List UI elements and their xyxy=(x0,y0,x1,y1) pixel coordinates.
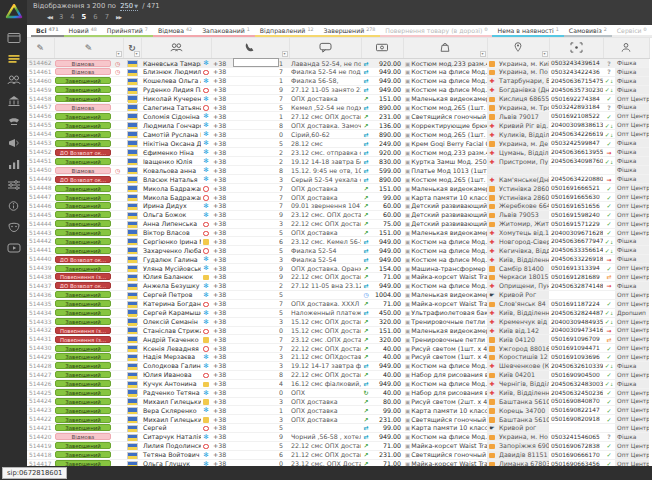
client-name[interactable]: Сергей xyxy=(141,424,201,433)
table-row[interactable]: 514454ЗавершенийСамотій Руслана Во✻+380С… xyxy=(27,130,649,139)
dashboard-icon[interactable] xyxy=(0,27,27,48)
table-row[interactable]: 514444ЗавершенийАнна Липенська+38322.12 … xyxy=(27,219,649,228)
video-icon[interactable] xyxy=(0,237,27,258)
product-cell[interactable]: ▣Костюм мод.233 разм.48-58 (1шт. x 920.0… xyxy=(403,148,487,157)
client-name[interactable]: Сергіюнко Ірина Ми xyxy=(141,237,201,246)
address-filter-dropdown[interactable]: ▾ xyxy=(542,51,548,57)
client-column-header[interactable] xyxy=(141,38,211,59)
phone-column-header[interactable]: ▾ xyxy=(211,38,289,59)
product-cell[interactable]: ▣Маленькая видеокамера SQ8 * xyxy=(403,184,487,193)
client-name[interactable]: Анна Липенська xyxy=(141,219,201,228)
tab-Відмова[interactable]: Відмова42 xyxy=(153,25,197,37)
table-row[interactable]: 514437ДО Возврат ок...Анжела Безушку✻+38… xyxy=(27,281,649,290)
manager-comment[interactable]: 28.12 смс xyxy=(289,139,361,148)
product-cell[interactable]: ▣Костюм на флисе Мод.1014 (1шт. x 949.00 xyxy=(403,361,487,370)
ttn-number[interactable]: 0501691187224 xyxy=(549,299,603,308)
tab-Самовивіз[interactable]: Самовивіз2 xyxy=(564,25,612,37)
ttn-number[interactable]: 20450632874148 xyxy=(549,281,603,290)
manager-comment[interactable]: 21.12 смс ОПХдоставка xyxy=(289,352,361,361)
table-row[interactable]: 514447ЗавершенийМикола Бадражан+387ОПХ д… xyxy=(27,193,649,202)
table-row[interactable]: 514424ЗавершенийМихаил Гилецький+383ОПХ … xyxy=(27,397,649,406)
product-cell[interactable]: ▣Тренировочные петли TRX Train xyxy=(403,335,487,344)
manager-comment[interactable]: ОПХ доставка xyxy=(289,406,361,415)
product-cell[interactable]: ▣Детский развивающий констру xyxy=(403,219,487,228)
users-icon[interactable] xyxy=(0,69,27,90)
table-row[interactable]: 514420ВідмоваСитарчук Наталія Гр✻+389Чор… xyxy=(27,432,649,441)
table-row[interactable]: 514438Повернення (з...Юлия Баланюк+38922… xyxy=(27,273,649,282)
ttn-number[interactable]: 20450636613955 xyxy=(549,148,603,157)
table-row[interactable]: 514423ЗавершенийВера Скляренко✻+381ОПХ д… xyxy=(27,406,649,415)
table-row[interactable]: 514449ДО Возврат ок...Власюк Наталья✻+38… xyxy=(27,175,649,184)
page-number[interactable]: 5 xyxy=(82,13,87,21)
table-row[interactable]: 514453ЗавершенийНікітіна Оксана Дми✻+385… xyxy=(27,139,649,148)
client-name[interactable]: Ситарчук Наталія Гр xyxy=(141,432,201,441)
tab-Нема в наявності[interactable]: Нема в наявності1 xyxy=(492,25,563,37)
source-filter-dropdown[interactable]: ▾ xyxy=(134,51,140,57)
ttn-number[interactable]: 20450634226619 xyxy=(549,130,603,139)
client-name[interactable]: Юлия Баланюк xyxy=(141,273,201,282)
manager-comment[interactable]: 19.12 14-17 завтра фіалков xyxy=(289,361,361,370)
manager-comment[interactable]: Чорний ,56-58 , хотела искл xyxy=(289,432,361,441)
table-row[interactable]: 514461Відмова◷Близнюк Людмила+387Фиалка … xyxy=(27,68,649,77)
ttn-number[interactable]: 0501691313394 xyxy=(549,264,603,273)
client-name[interactable]: Ксенія Левадняя xyxy=(141,344,201,353)
client-name[interactable]: Катерина Богданова xyxy=(141,299,201,308)
ttn-number[interactable]: 20400309473416 xyxy=(549,326,603,335)
ttn-number[interactable]: 0501691094471 xyxy=(549,344,603,353)
company-icon[interactable] xyxy=(0,90,27,111)
product-cell[interactable]: ▣Костюм на флисе Мод.1014 (1шт. x 949.00 xyxy=(403,85,487,94)
last-page-button[interactable]: ▶▶ xyxy=(116,15,121,20)
manager-column-header[interactable] xyxy=(603,38,649,59)
per-page-select[interactable]: 250▼ xyxy=(120,2,138,11)
ttn-number[interactable]: 20450634220880 xyxy=(549,175,603,184)
table-row[interactable]: 514448ЗавершенийМикола Бадражан+387ОПХ д… xyxy=(27,184,649,193)
product-cell[interactable]: ▣Карта памяти 10 класс - 32Гб *1 xyxy=(403,193,487,202)
client-name[interactable]: Сергей Карамышев xyxy=(141,308,201,317)
client-name[interactable]: Салегина Татьяна С xyxy=(141,103,201,112)
product-cell[interactable]: ▣Тренировочные петли TRX Train xyxy=(403,317,487,326)
manager-comment[interactable]: ОПХ xyxy=(289,388,361,397)
ttn-number[interactable]: 0501692274384 xyxy=(549,94,603,103)
product-cell[interactable]: ▣Маленькая видеокамера SQ8 * xyxy=(403,290,487,299)
client-name[interactable]: Ирина Дидух xyxy=(141,201,201,210)
product-cell[interactable]: ▣Детский развивающий констру xyxy=(403,210,487,219)
ttn-number[interactable]: 0503242893184 xyxy=(549,103,603,112)
manager-comment[interactable]: 15.12. 9:45 не отв, 10:39 гор xyxy=(289,166,361,175)
table-row[interactable]: 514458ЗавершенийНиколай Кучеренко✻+387ОП… xyxy=(27,94,649,103)
phone-edit-input[interactable] xyxy=(233,58,279,67)
tab-Повернення товару (в дорозі)[interactable]: Повернення товару (в дорозі)0 xyxy=(380,25,492,37)
client-name[interactable]: Станіслав Стрижак xyxy=(141,326,201,335)
ttn-number[interactable]: 0501691651656 xyxy=(549,201,603,210)
ttn-number[interactable]: 20450633356614 xyxy=(549,246,603,255)
table-row[interactable]: 514430ЗавершенийКсенія Левадняя+38722.12… xyxy=(27,344,649,353)
ttn-column-header[interactable] xyxy=(549,38,603,59)
product-cell[interactable]: ▣Костюм мод.265 (1шт. x 890.00 xyxy=(403,130,487,139)
product-cell[interactable]: ▣Корректирующие брюки Hollyw xyxy=(403,121,487,130)
product-cell[interactable]: ▣Маленькая видеокамера SQ8 * xyxy=(403,228,487,237)
table-row[interactable]: 514421ЗавершенийСергей+385⇄99.00▣Карта п… xyxy=(27,424,649,433)
table-row[interactable]: 514436ЗавершенийСергей Петров✻+385◷1004.… xyxy=(27,290,649,299)
product-cell[interactable]: ▣Рисуй светом (1шт. x 40.00 = 40 xyxy=(403,344,487,353)
table-row[interactable]: 514439ЗавершенийУляна Мусійовська✻+389ОП… xyxy=(27,264,649,273)
table-row[interactable]: 514426ЗавершенийКучук Антонина+38416.12 … xyxy=(27,379,649,388)
manager-comment[interactable]: Фиалка 52-54 xyxy=(289,246,361,255)
tab-Завершений[interactable]: Завершений278 xyxy=(318,25,380,37)
ttn-number[interactable]: 0501690904500 xyxy=(549,370,603,379)
client-name[interactable]: Кошелева Ольга Ар xyxy=(141,76,201,85)
product-cell[interactable]: ▣Костюм мод.233 разм.48-58 (1шт. x 920.0… xyxy=(403,59,487,68)
ttn-number[interactable]: 0503243422436 xyxy=(549,68,603,77)
client-name[interactable]: Михаил Гилецький xyxy=(141,397,201,406)
manager-comment[interactable]: ОПХ доставка xyxy=(289,228,361,237)
manager-comment[interactable]: 27.12 11-05 вна 23.12 смс xyxy=(289,281,361,290)
manager-comment[interactable]: 22.12 смс ОПХ доставка. Х xyxy=(289,273,361,282)
table-row[interactable]: 514422ЗавершенийМихаил Гилецький+383ОПХ … xyxy=(27,415,649,424)
ttn-number[interactable] xyxy=(549,424,603,433)
product-cell[interactable]: ▣Куртка Замш Мод. 250 (1шт. x 8 xyxy=(403,157,487,166)
client-name[interactable]: Надія Мерзаєва xyxy=(141,352,201,361)
table-row[interactable]: 514445ЗавершенийОльга Божок✻+38923.12 см… xyxy=(27,210,649,219)
tab-Сервіси[interactable]: Сервіси0 xyxy=(612,25,652,37)
manager-comment[interactable]: Серый 52-54 уехала с город xyxy=(289,175,361,184)
ttn-number[interactable]: 0501691598240 xyxy=(549,210,603,219)
table-row[interactable]: 514460ЗавершенийКошелева Ольга Ар✻+381Фи… xyxy=(27,76,649,85)
product-cell[interactable]: ▣Костюм на флисе Мод.1014 (1шт. x 949.00 xyxy=(403,68,487,77)
